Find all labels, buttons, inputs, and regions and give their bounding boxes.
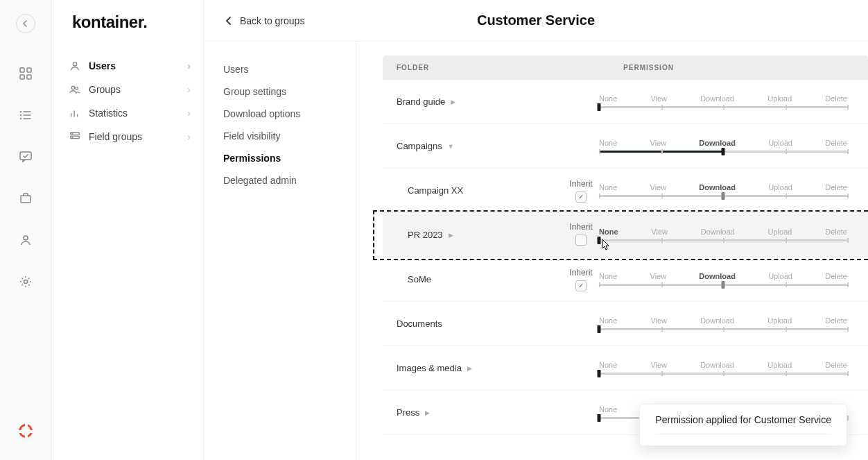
- subnav-field-visibility[interactable]: Field visibility: [223, 125, 356, 147]
- folder-name[interactable]: Press▶: [397, 407, 563, 418]
- perm-row: Campaigns▼NoneViewDownloadUploadDelete: [383, 124, 868, 169]
- permission-slider[interactable]: NoneViewDownloadUploadDelete: [599, 361, 854, 375]
- folder-name[interactable]: Campaigns▼: [397, 141, 563, 151]
- perm-table-head: FOLDER PERMISSION: [383, 56, 868, 80]
- gear-icon[interactable]: [13, 269, 38, 294]
- perm-row: DocumentsNoneViewDownloadUploadDelete: [383, 302, 868, 346]
- svg-rect-2: [20, 75, 24, 79]
- perm-label: Download: [699, 139, 736, 147]
- permission-slider[interactable]: NoneViewDownloadUploadDelete: [599, 272, 854, 287]
- chevron-right-icon: ›: [187, 84, 191, 95]
- help-icon[interactable]: [13, 418, 38, 443]
- slider-track[interactable]: [599, 194, 847, 198]
- folder-name[interactable]: Images & media▶: [397, 363, 563, 373]
- sidebar-item-statistics[interactable]: Statistics›: [51, 101, 203, 125]
- perm-label: Upload: [767, 316, 792, 325]
- inherit-cell: Inherit: [563, 222, 599, 248]
- perm-label: Delete: [825, 139, 847, 147]
- sidebar-item-label: Statistics: [89, 108, 128, 119]
- perm-label: Upload: [768, 183, 792, 191]
- sidebar-item-groups[interactable]: Groups›: [51, 78, 203, 101]
- folder-name[interactable]: Campaign XX: [397, 185, 563, 196]
- slider-track[interactable]: [599, 238, 847, 242]
- expand-right-icon[interactable]: ▶: [425, 409, 430, 416]
- perm-label: Delete: [825, 272, 847, 280]
- folder-name[interactable]: SoMe: [397, 274, 563, 284]
- perm-row: Images & media▶NoneViewDownloadUploadDel…: [383, 346, 868, 391]
- folder-name[interactable]: Documents: [397, 318, 563, 329]
- subnav-download-options[interactable]: Download options: [223, 103, 356, 125]
- slider-track[interactable]: [599, 371, 847, 375]
- expand-right-icon[interactable]: ▶: [467, 365, 472, 372]
- permission-slider[interactable]: NoneViewDownloadUploadDelete: [599, 228, 854, 242]
- perm-label: Upload: [768, 272, 792, 280]
- perm-label: View: [650, 361, 667, 369]
- perm-label: View: [651, 228, 668, 236]
- subnav-users[interactable]: Users: [223, 58, 356, 80]
- sidebar-item-label: Field groups: [89, 131, 142, 142]
- perm-label: None: [599, 405, 617, 414]
- chevron-right-icon: ›: [187, 60, 191, 71]
- inherit-cell: Inherit: [563, 179, 599, 203]
- collapse-button[interactable]: [16, 14, 35, 33]
- slider-track[interactable]: [599, 105, 847, 109]
- perm-label: Delete: [825, 183, 847, 191]
- back-link[interactable]: Back to groups: [225, 15, 304, 26]
- perm-row: SoMeInheritNoneViewDownloadUploadDelete: [383, 257, 868, 302]
- svg-rect-10: [20, 152, 31, 160]
- svg-point-22: [72, 133, 73, 134]
- folder-name[interactable]: Brand guide▶: [397, 96, 563, 107]
- user-icon: [69, 60, 82, 71]
- permission-slider[interactable]: NoneViewDownloadUploadDelete: [599, 94, 854, 109]
- sidebar-item-label: Users: [89, 60, 116, 71]
- perm-label: Delete: [825, 361, 847, 369]
- svg-point-4: [20, 112, 21, 112]
- perm-label: Download: [700, 316, 734, 325]
- inherit-checkbox[interactable]: [575, 235, 587, 246]
- perm-label: Delete: [825, 94, 847, 103]
- stats-icon: [69, 108, 82, 119]
- col-permission: PERMISSION: [623, 64, 674, 71]
- perm-label: None: [599, 228, 618, 236]
- slider-track[interactable]: [599, 327, 847, 331]
- sidebar: kontainer. Users›Groups›Statistics›Field…: [51, 0, 204, 460]
- subnav-permissions[interactable]: Permissions: [223, 147, 356, 169]
- briefcase-icon[interactable]: [13, 186, 38, 211]
- toast: Permission applied for Customer Service: [639, 404, 847, 446]
- permission-slider[interactable]: NoneViewDownloadUploadDelete: [599, 139, 854, 153]
- perm-label: Upload: [767, 94, 792, 103]
- chat-icon[interactable]: [13, 144, 38, 169]
- slider-track[interactable]: [599, 282, 847, 287]
- expand-right-icon[interactable]: ▶: [451, 99, 455, 105]
- svg-point-15: [71, 86, 74, 89]
- perm-label: View: [650, 272, 667, 280]
- user-icon[interactable]: [13, 228, 38, 253]
- dashboard-icon[interactable]: [13, 61, 38, 86]
- perm-label: Download: [701, 228, 735, 236]
- expand-down-icon[interactable]: ▼: [448, 143, 454, 150]
- subnav-group-settings[interactable]: Group settings: [223, 80, 356, 103]
- inherit-cell: Inherit: [563, 268, 599, 291]
- slider-track[interactable]: [599, 149, 847, 153]
- perm-label: None: [599, 183, 617, 191]
- list-icon[interactable]: [13, 103, 38, 128]
- icon-rail: [0, 0, 51, 460]
- subnav-delegated-admin[interactable]: Delegated admin: [223, 169, 356, 191]
- perm-row: Campaign XXInheritNoneViewDownloadUpload…: [383, 169, 868, 213]
- svg-point-14: [73, 62, 76, 66]
- perm-label: None: [599, 361, 617, 369]
- svg-point-12: [24, 236, 28, 240]
- perm-label: View: [650, 139, 667, 147]
- permission-slider[interactable]: NoneViewDownloadUploadDelete: [599, 183, 854, 198]
- permission-slider[interactable]: NoneViewDownloadUploadDelete: [599, 316, 854, 331]
- sidebar-item-field-groups[interactable]: Field groups›: [51, 125, 203, 148]
- users-icon: [69, 84, 82, 95]
- svg-rect-3: [27, 75, 31, 79]
- svg-rect-0: [20, 68, 24, 72]
- perm-label: View: [650, 183, 667, 191]
- inherit-checkbox[interactable]: [575, 191, 587, 203]
- sidebar-item-users[interactable]: Users›: [51, 54, 203, 78]
- expand-right-icon[interactable]: ▶: [449, 232, 453, 239]
- folder-name[interactable]: PR 2023▶: [397, 230, 563, 240]
- inherit-checkbox[interactable]: [575, 280, 587, 291]
